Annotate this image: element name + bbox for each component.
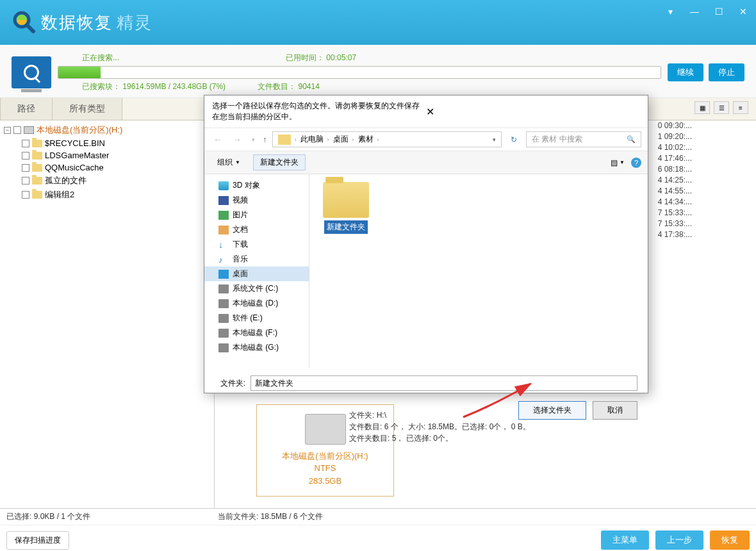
dialog-tree-item[interactable]: 桌面	[204, 267, 309, 281]
elapsed-label: 已用时间：	[286, 53, 324, 62]
nav-up-icon[interactable]: ↑	[263, 135, 267, 144]
tab-path[interactable]: 路径	[0, 98, 53, 120]
folder-icon	[32, 140, 42, 147]
i3d-icon	[218, 181, 229, 190]
tree-item-label: LDSGameMaster	[45, 151, 109, 160]
dialog-tree-item[interactable]: 图片	[204, 208, 309, 222]
dialog-tree-item[interactable]: ♪音乐	[204, 252, 309, 267]
organize-button[interactable]: 组织▼	[211, 155, 247, 170]
search-input[interactable]: 在 素材 中搜索🔍	[526, 131, 641, 147]
minimize-icon[interactable]: —	[688, 6, 701, 17]
main-menu-button[interactable]: 主菜单	[601, 530, 649, 550]
drive-card-fs: NTFS	[262, 462, 388, 475]
tree-item[interactable]: 孤立的文件	[0, 174, 214, 188]
folder-name-edit[interactable]: 新建文件夹	[324, 220, 368, 234]
folder-icon	[278, 135, 291, 145]
nav-forward-icon[interactable]: →	[230, 135, 244, 145]
breadcrumb-bar[interactable]: › 此电脑 › 桌面 › 素材 › ▾	[272, 131, 502, 147]
drive-card-name: 本地磁盘(当前分区)(H:)	[262, 450, 388, 463]
idrv-icon	[218, 299, 229, 308]
breadcrumb-item[interactable]: 此电脑	[300, 134, 324, 145]
dialog-toolbar: 组织▼ 新建文件夹 ▤▼ ?	[204, 151, 648, 174]
files-label: 文件数目：	[258, 82, 296, 91]
nav-back-icon[interactable]: ←	[211, 135, 225, 145]
cancel-button[interactable]: 取消	[593, 401, 637, 420]
view-list-button[interactable]: ≡	[733, 101, 748, 114]
progress-fill	[58, 67, 101, 78]
dialog-tree-item[interactable]: ↓下载	[204, 237, 309, 252]
chevron-down-icon[interactable]: ▾	[493, 136, 496, 143]
svg-line-1	[27, 25, 33, 31]
collapse-icon[interactable]: −	[4, 127, 11, 134]
dialog-tree-item[interactable]: 本地磁盘 (G:)	[204, 340, 309, 355]
stop-button[interactable]: 停止	[709, 63, 744, 81]
file-field-input[interactable]	[251, 375, 637, 391]
dialog-tree-item[interactable]: 文档	[204, 222, 309, 237]
continue-button[interactable]: 继续	[668, 63, 703, 81]
view-mode-button[interactable]: ▤▼	[611, 158, 625, 167]
idrv-icon	[218, 284, 229, 293]
breadcrumb-item[interactable]: 桌面	[333, 134, 349, 145]
folder-browser-dialog: 选择一个路径以保存您勾选的文件。请勿将要恢复的文件保存在您当前扫描的分区中。 ✕…	[204, 95, 648, 393]
tree-item[interactable]: $RECYCLE.BIN	[0, 137, 214, 149]
checkbox[interactable]	[13, 126, 21, 134]
chevron-right-icon: ›	[352, 136, 354, 143]
nav-history-icon[interactable]: ▾	[249, 136, 258, 143]
dialog-tree-item[interactable]: 3D 对象	[204, 178, 309, 193]
idrv-icon	[218, 343, 229, 352]
checkbox[interactable]	[22, 164, 29, 172]
tree-root-label: 本地磁盘(当前分区)(H:)	[37, 124, 122, 136]
tree-root[interactable]: − 本地磁盘(当前分区)(H:)	[0, 123, 214, 137]
timestamp: 4 14:55:...	[658, 186, 692, 197]
checkbox[interactable]	[22, 152, 29, 160]
scan-info: 正在搜索... 已用时间： 00:05:07 已搜索块： 19614.59MB …	[58, 53, 661, 92]
view-details-button[interactable]: ☰	[714, 101, 729, 114]
recover-button[interactable]: 恢复	[710, 530, 750, 550]
checkbox[interactable]	[22, 191, 29, 199]
dialog-tree-item[interactable]: 视频	[204, 193, 309, 208]
progress-bar	[58, 66, 661, 79]
folder-icon	[32, 177, 42, 185]
idown-icon: ↓	[218, 240, 229, 249]
dialog-tree-item[interactable]: 系统文件 (C:)	[204, 281, 309, 296]
timestamp: 4 10:02:...	[658, 142, 692, 153]
maximize-icon[interactable]: ☐	[712, 6, 725, 17]
title-bar: 数据恢复精灵 ▾ — ☐ ✕	[0, 0, 756, 45]
view-large-icons-button[interactable]: ▦	[694, 101, 710, 114]
tree-item[interactable]: 编辑组2	[0, 188, 214, 202]
dialog-body: 3D 对象视频图片文档↓下载♪音乐桌面系统文件 (C:)本地磁盘 (D:)软件 …	[204, 174, 648, 368]
folder-icon	[32, 164, 42, 172]
tree-item[interactable]: LDSGameMaster	[0, 149, 214, 161]
prev-button[interactable]: 上一步	[655, 530, 703, 550]
close-icon[interactable]: ✕	[737, 6, 750, 17]
checkbox[interactable]	[22, 140, 29, 147]
dialog-tree-label: 本地磁盘 (F:)	[233, 327, 277, 338]
dialog-tree-label: 本地磁盘 (G:)	[233, 342, 279, 353]
select-folder-button[interactable]: 选择文件夹	[518, 401, 586, 420]
dialog-tree-item[interactable]: 本地磁盘 (F:)	[204, 325, 309, 340]
save-progress-button[interactable]: 保存扫描进度	[6, 531, 69, 550]
dialog-tree-label: 视频	[233, 195, 248, 206]
tree-item[interactable]: QQMusicCache	[0, 161, 214, 174]
timestamp: 4 14:34:...	[658, 197, 692, 208]
dialog-tree-label: 下载	[233, 239, 248, 250]
clusters-label: 已搜索块：	[82, 82, 120, 91]
refresh-icon[interactable]: ↻	[507, 135, 521, 144]
help-icon[interactable]: ?	[631, 158, 641, 168]
tab-all-types[interactable]: 所有类型	[53, 98, 122, 120]
dialog-tree-label: 软件 (E:)	[233, 313, 263, 324]
tree-item-label: 孤立的文件	[45, 175, 86, 186]
dialog-tree-item[interactable]: 软件 (E:)	[204, 311, 309, 325]
dialog-tree-item[interactable]: 本地磁盘 (D:)	[204, 296, 309, 311]
dialog-close-button[interactable]: ✕	[422, 106, 640, 118]
imus-icon: ♪	[218, 255, 229, 264]
ivid-icon	[218, 196, 229, 205]
timestamp: 7 15:33:...	[658, 208, 692, 218]
idesk-icon	[218, 270, 229, 279]
checkbox[interactable]	[22, 177, 29, 185]
monitor-icon	[12, 56, 51, 88]
folder-item[interactable]: 新建文件夹	[317, 182, 375, 234]
dropdown-icon[interactable]: ▾	[664, 6, 677, 17]
breadcrumb-item[interactable]: 素材	[358, 134, 374, 145]
new-folder-button[interactable]: 新建文件夹	[253, 154, 306, 170]
